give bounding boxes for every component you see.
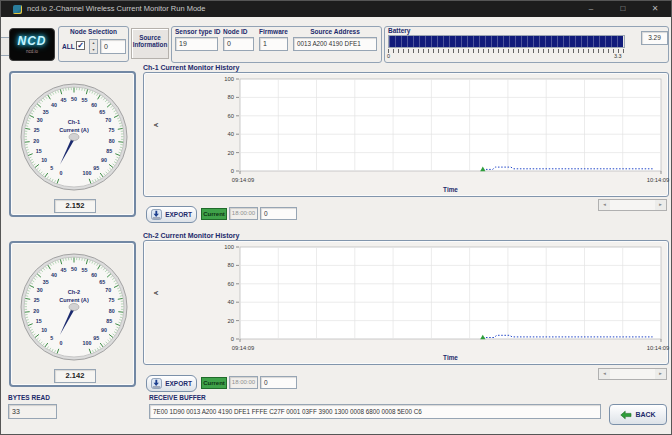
svg-text:10: 10 [41,327,47,333]
svg-text:60: 60 [91,272,97,278]
svg-text:A: A [152,290,159,295]
svg-text:20: 20 [33,308,39,314]
svg-text:30: 30 [37,287,43,293]
ch2-export-time: 18:00:00 [229,376,258,389]
svg-text:55: 55 [82,267,88,273]
node-number-input[interactable]: 0 [100,39,126,54]
scrollbar-track[interactable] [610,200,655,210]
svg-text:65: 65 [99,279,105,285]
ch2-chart-panel: 020406080100A09:14:0910:14:09Time [143,240,669,365]
svg-text:65: 65 [99,109,105,115]
svg-text:5: 5 [50,165,53,171]
svg-text:Ch-2: Ch-2 [68,289,80,295]
ch1-history-chart: 020406080100A09:14:0910:14:09Time [144,73,670,202]
svg-text:20: 20 [228,318,234,324]
svg-text:95: 95 [93,165,99,171]
ch2-gauge-panel: 0510152025303540455055606570758085909510… [9,241,136,387]
svg-text:80: 80 [109,308,115,314]
svg-text:20: 20 [228,150,234,156]
ch1-gauge-panel: 0510152025303540455055606570758085909510… [9,71,136,217]
svg-text:25: 25 [34,297,40,303]
svg-text:35: 35 [43,279,49,285]
svg-text:Time: Time [443,354,458,361]
firmware-value: 1 [259,37,288,51]
scroll-right-icon[interactable]: ► [655,369,666,379]
svg-text:40: 40 [228,131,234,137]
ch1-export-count: 0 [260,207,297,220]
svg-text:80: 80 [109,138,115,144]
title-bar: ncd.io 2-Channel Wireless Current Monito… [1,1,672,17]
svg-text:90: 90 [101,327,107,333]
svg-text:0: 0 [231,168,234,174]
svg-text:10: 10 [41,157,47,163]
svg-text:40: 40 [51,272,57,278]
back-button-label: BACK [635,411,655,418]
receive-buffer-label: RECEIVE BUFFER [149,394,206,401]
node-spinner[interactable]: ▲ ▼ [89,39,98,54]
ch2-gauge-dial: 0510152025303540455055606570758085909510… [11,243,137,373]
svg-text:80: 80 [228,262,234,268]
scroll-left-icon[interactable]: ◄ [599,369,610,379]
battery-min-label: 0 [387,53,390,59]
back-button[interactable]: BACK [609,404,667,425]
source-information-line1: Source [132,34,168,41]
source-address-value: 0013 A200 4190 DFE1 [293,37,377,51]
svg-text:70: 70 [105,117,111,123]
source-information-line2: Information [132,41,168,48]
app-window: ncd.io 2-Channel Wireless Current Monito… [0,0,672,435]
all-label: ALL [62,43,75,50]
svg-text:60: 60 [91,102,97,108]
export-button-label: EXPORT [165,380,192,387]
ch2-section-title: Ch-2 Current Monitor History [143,232,239,239]
svg-text:10:14:09: 10:14:09 [647,177,670,183]
svg-text:100: 100 [224,76,234,82]
ch1-chart-scrollbar[interactable]: ◄ ► [598,199,667,211]
svg-text:09:14:09: 09:14:09 [232,177,255,183]
close-icon[interactable]: ✕ [645,1,665,17]
scrollbar-track[interactable] [610,369,655,379]
svg-text:5: 5 [50,335,53,341]
all-checkbox[interactable]: ✓ [76,41,85,50]
svg-text:75: 75 [108,127,114,133]
spinner-down-icon[interactable]: ▼ [90,47,97,54]
svg-text:70: 70 [105,287,111,293]
battery-label: Battery [388,27,410,34]
ch1-chart-panel: 020406080100A09:14:0910:14:09Time [143,72,669,197]
svg-text:09:14:09: 09:14:09 [232,345,255,351]
minimize-icon[interactable]: – [581,1,601,17]
svg-text:60: 60 [228,113,234,119]
svg-text:100: 100 [83,170,92,176]
svg-text:55: 55 [82,97,88,103]
maximize-icon[interactable]: □ [613,1,633,17]
svg-text:50: 50 [71,266,77,272]
svg-text:0: 0 [60,170,63,176]
spinner-up-icon[interactable]: ▲ [90,40,97,47]
svg-text:100: 100 [224,244,234,250]
svg-text:A: A [152,122,159,127]
back-arrow-icon [620,410,632,420]
svg-text:Current (A): Current (A) [59,127,89,133]
sensor-type-id-value: 19 [175,37,218,51]
svg-text:85: 85 [106,318,112,324]
svg-text:40: 40 [228,299,234,305]
ch1-gauge-dial: 0510152025303540455055606570758085909510… [11,73,137,203]
node-id-value: 0 [223,37,254,51]
battery-ruler [388,49,625,53]
svg-text:75: 75 [108,297,114,303]
ch2-chart-scrollbar[interactable]: ◄ ► [598,368,667,380]
export-icon [151,378,162,389]
node-id-label: Node ID [223,28,248,35]
sensor-type-id-label: Sensor type ID [175,28,221,35]
ch2-export-button[interactable]: EXPORT [146,375,197,392]
ch2-gauge-value: 2.142 [54,369,96,383]
svg-text:15: 15 [36,148,42,154]
scroll-right-icon[interactable]: ► [655,200,666,210]
svg-text:15: 15 [36,318,42,324]
node-selection-group: Node Selection ALL ✓ ▲ ▼ 0 [58,26,129,62]
receive-buffer-value: 7E00 1D90 0013 A200 4190 DFE1 FFFE C27F … [149,404,601,419]
app-icon [13,5,22,14]
scroll-left-icon[interactable]: ◄ [599,200,610,210]
ch1-export-button[interactable]: EXPORT [146,206,197,223]
svg-text:45: 45 [61,97,67,103]
ch1-gauge-value: 2.152 [54,199,96,213]
